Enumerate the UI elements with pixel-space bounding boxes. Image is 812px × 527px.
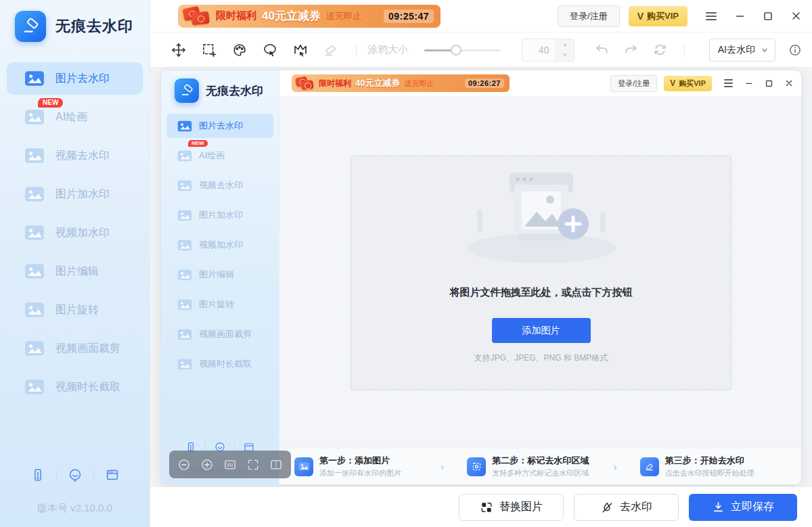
add-image-button: 添加图片 xyxy=(492,318,591,343)
video-crop-icon xyxy=(24,340,45,357)
sidebar-footer xyxy=(0,467,150,482)
image-add-watermark-icon xyxy=(24,185,45,203)
stepper-down-icon[interactable]: ▼ xyxy=(556,50,574,61)
dropzone-title: 将图片文件拖拽至此处，或点击下方按钮 xyxy=(351,286,731,299)
promo-note: 送完即止 xyxy=(404,78,434,89)
palette-icon[interactable] xyxy=(231,42,248,58)
inner-sidebar-item: 视频时长截取 xyxy=(166,352,273,376)
divider xyxy=(56,469,57,480)
redo-icon[interactable] xyxy=(623,42,639,58)
website-icon[interactable] xyxy=(105,467,120,482)
compare-split-icon[interactable] xyxy=(269,458,283,472)
inner-promo-countdown: 09:26:27 xyxy=(465,78,504,88)
chevron-right-icon: › xyxy=(614,461,617,472)
inner-sidebar-item-label: 视频画面裁剪 xyxy=(199,328,252,340)
stepper-up-icon[interactable]: ▲ xyxy=(556,39,574,50)
brush-size-label: 涂鸦大小 xyxy=(367,43,408,56)
image-dropzone: 将图片文件拖拽至此处，或点击下方按钮 添加图片 支持JPG、JPEG、PNG 和… xyxy=(351,156,731,390)
actual-size-icon[interactable] xyxy=(223,458,237,472)
sidebar: 无痕去水印 图片去水印 NEW AI绘画 xyxy=(0,0,150,527)
remove-watermark-button[interactable]: 去水印 xyxy=(574,494,679,521)
coupon-icon xyxy=(294,76,315,91)
maximize-icon[interactable] xyxy=(763,12,773,21)
sidebar-item[interactable]: 图片加水印 xyxy=(7,178,143,210)
titlebar-actions: 登录/注册 V 购买VIP xyxy=(558,5,812,27)
step-desc: 支持多种方式标记去水印区域 xyxy=(492,468,589,478)
sidebar-item[interactable]: NEW AI绘画 xyxy=(7,101,143,133)
sidebar-item[interactable]: 图片去水印 xyxy=(7,62,143,95)
app-title: 无痕去水印 xyxy=(55,16,133,37)
replace-icon xyxy=(480,501,493,514)
close-icon[interactable] xyxy=(791,11,801,21)
coupon-icon xyxy=(182,6,210,26)
divider xyxy=(356,43,357,57)
inner-sidebar-item-label: AI绘画 xyxy=(199,150,225,162)
editor-canvas[interactable]: 无痕去水印 图片去水印 NEW xyxy=(150,68,812,487)
undo-icon[interactable] xyxy=(594,42,610,58)
fit-screen-icon[interactable] xyxy=(246,458,260,472)
app-logo-icon xyxy=(15,11,46,42)
promo-banner[interactable]: 限时福利 40元立减券 送完即止 09:25:47 xyxy=(178,5,441,28)
buy-vip-button[interactable]: V 购买VIP xyxy=(629,6,687,26)
inner-workspace: 将图片文件拖拽至此处，或点击下方按钮 添加图片 支持JPG、JPEG、PNG 和… xyxy=(279,97,801,448)
inner-main-column: 限时福利 40元立减券 送完即止 09:26:27 登录/注册 V 购买VIP xyxy=(279,70,801,484)
sidebar-item-label: 图片加水印 xyxy=(55,187,110,202)
video-remove-watermark-icon xyxy=(177,179,192,192)
promo-note: 送完即止 xyxy=(326,10,361,22)
brush-size-value[interactable]: 40 xyxy=(522,39,556,61)
promo-countdown: 09:25:47 xyxy=(384,9,434,23)
brush-size-input[interactable]: 40 ▲ ▼ xyxy=(522,39,574,62)
mobile-app-icon[interactable] xyxy=(30,467,45,482)
inner-buy-vip-button: V 购买VIP xyxy=(664,76,712,91)
inner-sidebar-item: 视频去水印 xyxy=(166,173,273,198)
sidebar-item-label: 视频加水印 xyxy=(55,226,110,240)
slider-handle[interactable] xyxy=(451,45,461,55)
step-title: 第一步：添加图片 xyxy=(319,455,401,467)
sidebar-item[interactable]: 视频去水印 xyxy=(7,139,143,172)
sidebar-item-label: 图片去水印 xyxy=(55,72,110,86)
action-bar: 替换图片 去水印 立即保存 xyxy=(150,487,812,527)
image-remove-watermark-icon xyxy=(177,120,192,133)
compare-refresh-icon[interactable] xyxy=(652,42,668,58)
login-button[interactable]: 登录/注册 xyxy=(558,5,620,27)
inner-app-logo: 无痕去水印 xyxy=(161,70,279,103)
dropzone-formats: 支持JPG、JPEG、PNG 和 BMP格式 xyxy=(351,352,731,364)
move-icon[interactable] xyxy=(171,42,187,58)
minimize-icon[interactable] xyxy=(735,11,745,21)
polygon-lasso-icon[interactable] xyxy=(292,42,309,58)
step-start-icon xyxy=(640,457,659,476)
zoom-out-icon[interactable] xyxy=(177,458,191,472)
zoom-in-icon[interactable] xyxy=(200,458,214,472)
image-remove-watermark-icon xyxy=(24,70,45,87)
sidebar-item-label: 视频时长截取 xyxy=(55,380,120,394)
sidebar-item[interactable]: 视频加水印 xyxy=(7,216,143,249)
download-icon xyxy=(712,501,725,513)
sidebar-item[interactable]: 视频时长截取 xyxy=(7,371,143,403)
image-edit-icon xyxy=(177,269,192,281)
mode-dropdown[interactable]: AI去水印 xyxy=(709,39,775,62)
rect-select-icon[interactable] xyxy=(201,42,217,58)
save-now-button[interactable]: 立即保存 xyxy=(689,494,797,521)
brush-size-slider[interactable] xyxy=(424,45,500,55)
sidebar-item[interactable]: 图片旋转 xyxy=(7,294,143,326)
inner-sidebar-item-label: 图片加水印 xyxy=(199,209,243,221)
chevron-down-icon xyxy=(761,46,769,54)
close-icon xyxy=(785,79,793,87)
sidebar-item[interactable]: 视频画面裁剪 xyxy=(7,332,143,365)
inner-promo-banner: 限时福利 40元立减券 送完即止 09:26:27 xyxy=(292,74,510,92)
replace-image-button[interactable]: 替换图片 xyxy=(459,494,564,521)
chevron-right-icon: › xyxy=(441,461,444,472)
menu-icon[interactable] xyxy=(706,12,717,20)
step-2: 第二步：标记去水印区域 支持多种方式标记去水印区域 xyxy=(467,455,613,478)
info-icon[interactable] xyxy=(789,44,801,56)
lasso-icon[interactable] xyxy=(262,42,278,58)
eraser-icon[interactable] xyxy=(323,42,339,58)
sidebar-item[interactable]: 图片编辑 xyxy=(7,255,143,288)
image-edit-icon xyxy=(24,262,45,280)
inner-sidebar-item: 图片旋转 xyxy=(166,292,273,317)
feedback-icon[interactable] xyxy=(68,467,83,482)
divider xyxy=(93,469,94,480)
divider xyxy=(684,43,685,57)
ai-paint-icon xyxy=(177,150,192,162)
ai-paint-icon xyxy=(24,108,45,126)
